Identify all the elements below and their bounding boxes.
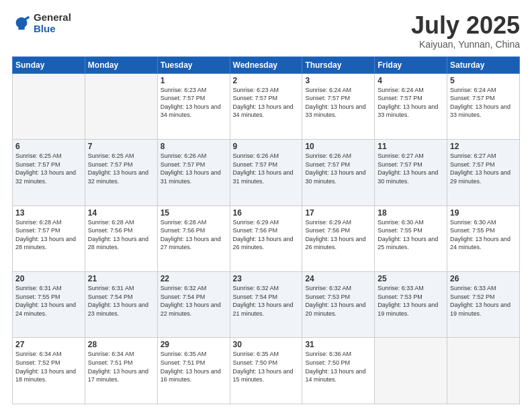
calendar-cell: 28Sunrise: 6:34 AMSunset: 7:51 PMDayligh… xyxy=(85,338,157,404)
day-info: Sunrise: 6:33 AMSunset: 7:52 PMDaylight:… xyxy=(450,284,517,318)
logo-general-text: General xyxy=(34,12,71,24)
day-info: Sunrise: 6:29 AMSunset: 7:56 PMDaylight:… xyxy=(233,218,300,252)
calendar-cell: 19Sunrise: 6:30 AMSunset: 7:55 PMDayligh… xyxy=(447,205,520,271)
day-number: 29 xyxy=(161,340,227,349)
day-number: 4 xyxy=(378,76,444,85)
day-number: 1 xyxy=(161,76,227,85)
day-number: 23 xyxy=(233,274,300,283)
day-info: Sunrise: 6:35 AMSunset: 7:51 PMDaylight:… xyxy=(161,350,227,383)
week-row-1: 1Sunrise: 6:23 AMSunset: 7:57 PMDaylight… xyxy=(13,73,520,139)
calendar-cell: 14Sunrise: 6:28 AMSunset: 7:56 PMDayligh… xyxy=(85,205,157,271)
day-info: Sunrise: 6:24 AMSunset: 7:57 PMDaylight:… xyxy=(450,86,517,120)
day-number: 8 xyxy=(161,142,227,151)
day-info: Sunrise: 6:28 AMSunset: 7:57 PMDaylight:… xyxy=(15,218,82,252)
calendar-cell: 2Sunrise: 6:23 AMSunset: 7:57 PMDaylight… xyxy=(230,73,302,139)
calendar-cell: 12Sunrise: 6:27 AMSunset: 7:57 PMDayligh… xyxy=(447,140,520,205)
calendar-cell: 10Sunrise: 6:26 AMSunset: 7:57 PMDayligh… xyxy=(302,140,375,205)
header-sunday: Sunday xyxy=(13,56,85,73)
calendar-cell: 18Sunrise: 6:30 AMSunset: 7:55 PMDayligh… xyxy=(375,205,447,271)
calendar-cell: 16Sunrise: 6:29 AMSunset: 7:56 PMDayligh… xyxy=(230,205,302,271)
calendar-cell: 13Sunrise: 6:28 AMSunset: 7:57 PMDayligh… xyxy=(13,205,85,271)
calendar-cell: 1Sunrise: 6:23 AMSunset: 7:57 PMDaylight… xyxy=(157,73,230,139)
day-number: 13 xyxy=(15,208,82,218)
day-number: 14 xyxy=(88,208,154,218)
header-saturday: Saturday xyxy=(447,56,520,73)
day-number: 26 xyxy=(450,274,517,283)
day-info: Sunrise: 6:31 AMSunset: 7:54 PMDaylight:… xyxy=(88,284,154,318)
calendar-cell: 31Sunrise: 6:36 AMSunset: 7:50 PMDayligh… xyxy=(302,338,375,404)
day-info: Sunrise: 6:34 AMSunset: 7:51 PMDaylight:… xyxy=(88,350,154,383)
calendar-cell: 20Sunrise: 6:31 AMSunset: 7:55 PMDayligh… xyxy=(13,272,85,338)
header-thursday: Thursday xyxy=(302,56,375,73)
day-info: Sunrise: 6:32 AMSunset: 7:54 PMDaylight:… xyxy=(161,284,227,318)
day-info: Sunrise: 6:23 AMSunset: 7:57 PMDaylight:… xyxy=(161,86,227,120)
calendar-cell: 5Sunrise: 6:24 AMSunset: 7:57 PMDaylight… xyxy=(447,73,520,139)
day-info: Sunrise: 6:26 AMSunset: 7:57 PMDaylight:… xyxy=(233,152,300,185)
day-info: Sunrise: 6:30 AMSunset: 7:55 PMDaylight:… xyxy=(450,218,517,252)
calendar-cell: 4Sunrise: 6:24 AMSunset: 7:57 PMDaylight… xyxy=(375,73,447,139)
day-number: 10 xyxy=(305,142,371,151)
week-row-2: 6Sunrise: 6:25 AMSunset: 7:57 PMDaylight… xyxy=(13,140,520,205)
day-info: Sunrise: 6:32 AMSunset: 7:54 PMDaylight:… xyxy=(233,284,300,318)
day-info: Sunrise: 6:25 AMSunset: 7:57 PMDaylight:… xyxy=(15,152,82,185)
header-monday: Monday xyxy=(85,56,157,73)
calendar-cell: 7Sunrise: 6:25 AMSunset: 7:57 PMDaylight… xyxy=(85,140,157,205)
day-info: Sunrise: 6:28 AMSunset: 7:56 PMDaylight:… xyxy=(161,218,227,252)
day-info: Sunrise: 6:26 AMSunset: 7:57 PMDaylight:… xyxy=(305,152,371,185)
day-info: Sunrise: 6:35 AMSunset: 7:50 PMDaylight:… xyxy=(233,350,300,383)
calendar-cell xyxy=(447,338,520,404)
day-number: 9 xyxy=(233,142,300,151)
day-info: Sunrise: 6:27 AMSunset: 7:57 PMDaylight:… xyxy=(378,152,444,185)
calendar-cell: 6Sunrise: 6:25 AMSunset: 7:57 PMDaylight… xyxy=(13,140,85,205)
calendar-cell: 30Sunrise: 6:35 AMSunset: 7:50 PMDayligh… xyxy=(230,338,302,404)
calendar-cell: 26Sunrise: 6:33 AMSunset: 7:52 PMDayligh… xyxy=(447,272,520,338)
day-info: Sunrise: 6:36 AMSunset: 7:50 PMDaylight:… xyxy=(305,350,371,383)
header-friday: Friday xyxy=(375,56,447,73)
logo: General Blue xyxy=(12,12,71,34)
day-number: 2 xyxy=(233,76,300,85)
page: General Blue July 2025 Kaiyuan, Yunnan, … xyxy=(0,0,532,411)
day-number: 16 xyxy=(233,208,300,218)
calendar-cell xyxy=(85,73,157,139)
day-info: Sunrise: 6:30 AMSunset: 7:55 PMDaylight:… xyxy=(378,218,444,252)
calendar-cell: 23Sunrise: 6:32 AMSunset: 7:54 PMDayligh… xyxy=(230,272,302,338)
week-row-5: 27Sunrise: 6:34 AMSunset: 7:52 PMDayligh… xyxy=(13,338,520,404)
day-number: 18 xyxy=(378,208,444,218)
day-info: Sunrise: 6:29 AMSunset: 7:56 PMDaylight:… xyxy=(305,218,371,252)
day-info: Sunrise: 6:32 AMSunset: 7:53 PMDaylight:… xyxy=(305,284,371,318)
calendar-cell: 17Sunrise: 6:29 AMSunset: 7:56 PMDayligh… xyxy=(302,205,375,271)
day-number: 21 xyxy=(88,274,154,283)
title-block: July 2025 Kaiyuan, Yunnan, China xyxy=(411,12,520,50)
calendar-cell: 27Sunrise: 6:34 AMSunset: 7:52 PMDayligh… xyxy=(13,338,85,404)
calendar-cell xyxy=(13,73,85,139)
day-number: 28 xyxy=(88,340,154,349)
day-number: 22 xyxy=(161,274,227,283)
day-number: 25 xyxy=(378,274,444,283)
calendar-cell: 11Sunrise: 6:27 AMSunset: 7:57 PMDayligh… xyxy=(375,140,447,205)
day-number: 6 xyxy=(15,142,82,151)
day-info: Sunrise: 6:24 AMSunset: 7:57 PMDaylight:… xyxy=(378,86,444,120)
day-info: Sunrise: 6:24 AMSunset: 7:57 PMDaylight:… xyxy=(305,86,371,120)
calendar-cell: 24Sunrise: 6:32 AMSunset: 7:53 PMDayligh… xyxy=(302,272,375,338)
day-number: 30 xyxy=(233,340,300,349)
calendar-table: Sunday Monday Tuesday Wednesday Thursday… xyxy=(12,56,520,404)
header: General Blue July 2025 Kaiyuan, Yunnan, … xyxy=(12,12,520,50)
day-number: 20 xyxy=(15,274,82,283)
calendar-cell: 22Sunrise: 6:32 AMSunset: 7:54 PMDayligh… xyxy=(157,272,230,338)
day-info: Sunrise: 6:28 AMSunset: 7:56 PMDaylight:… xyxy=(88,218,154,252)
day-info: Sunrise: 6:26 AMSunset: 7:57 PMDaylight:… xyxy=(161,152,227,185)
calendar-cell: 8Sunrise: 6:26 AMSunset: 7:57 PMDaylight… xyxy=(157,140,230,205)
day-number: 7 xyxy=(88,142,154,151)
calendar-cell xyxy=(375,338,447,404)
calendar-cell: 21Sunrise: 6:31 AMSunset: 7:54 PMDayligh… xyxy=(85,272,157,338)
day-number: 27 xyxy=(15,340,82,349)
calendar-cell: 15Sunrise: 6:28 AMSunset: 7:56 PMDayligh… xyxy=(157,205,230,271)
day-number: 24 xyxy=(305,274,371,283)
calendar-cell: 29Sunrise: 6:35 AMSunset: 7:51 PMDayligh… xyxy=(157,338,230,404)
day-number: 19 xyxy=(450,208,517,218)
day-number: 12 xyxy=(450,142,517,151)
day-info: Sunrise: 6:33 AMSunset: 7:53 PMDaylight:… xyxy=(378,284,444,318)
day-number: 31 xyxy=(305,340,371,349)
day-number: 5 xyxy=(450,76,517,85)
week-row-4: 20Sunrise: 6:31 AMSunset: 7:55 PMDayligh… xyxy=(13,272,520,338)
